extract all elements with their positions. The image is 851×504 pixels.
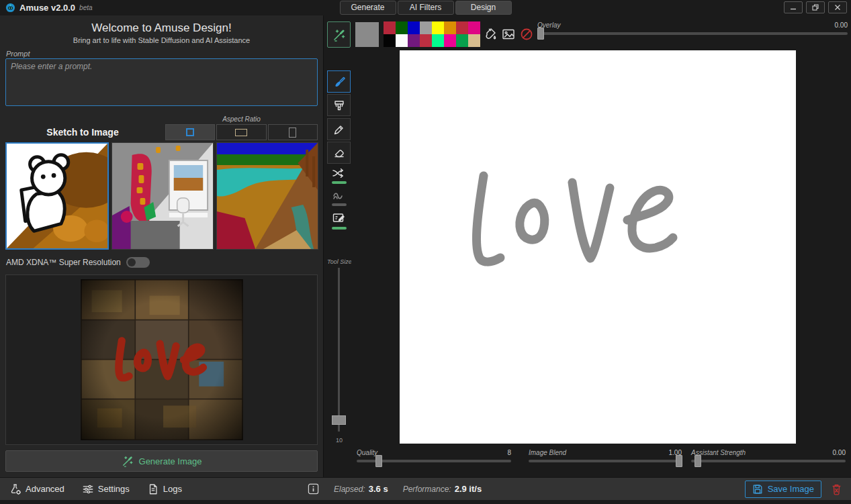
canvas-drawing-love [400, 50, 796, 444]
app-title: Amuse v2.0.0 [19, 3, 75, 13]
paintbrush-tool-button[interactable] [327, 70, 351, 93]
elapsed-label: Elapsed: [334, 485, 365, 494]
palette-color-swatch-3[interactable] [420, 21, 432, 34]
image-blend-slider-handle[interactable] [676, 455, 682, 467]
quality-slider: Quality 8 [357, 449, 511, 462]
palette-color-swatch-5[interactable] [444, 21, 456, 34]
palette-color-swatch-13[interactable] [444, 34, 456, 47]
palette-color-swatch-11[interactable] [420, 34, 432, 47]
palette-color-swatch-8[interactable] [384, 34, 396, 47]
super-resolution-label: AMD XDNA™ Super Resolution [6, 258, 121, 267]
flask-gear-icon [9, 483, 21, 495]
sliders-icon [82, 483, 94, 495]
palette-color-swatch-0[interactable] [384, 21, 396, 34]
generate-image-button[interactable]: Generate Image [5, 450, 318, 472]
generated-image-panel [5, 274, 318, 445]
ai-assist-button[interactable] [327, 21, 351, 48]
tool-size-value: 10 [327, 437, 351, 444]
square-aspect-icon [186, 128, 194, 136]
scribble-state-indicator [332, 203, 347, 206]
logs-button[interactable]: Logs [147, 483, 182, 495]
marker-tool-button[interactable] [327, 118, 351, 140]
sketch-to-image-label: Sketch to Image [0, 127, 165, 138]
generated-image-preview [81, 279, 243, 440]
welcome-title: Welcome to Amuse Design! [0, 21, 323, 35]
paintbrush-icon [332, 75, 346, 89]
palette-color-swatch-15[interactable] [468, 34, 480, 47]
shuffle-state-indicator [332, 181, 347, 184]
prompt-input[interactable] [5, 58, 318, 106]
elapsed-value: 3.6 s [369, 484, 388, 494]
aspect-portrait-button[interactable] [268, 124, 318, 140]
image-blend-label: Image Blend [529, 449, 566, 456]
landscape-aspect-icon [235, 129, 247, 136]
scribble-toggle[interactable] [327, 189, 351, 211]
aspect-ratio-group [165, 124, 318, 140]
view-tabs: GenerateAI FiltersDesign [340, 1, 512, 15]
palette-color-swatch-7[interactable] [468, 21, 480, 34]
palette-color-swatch-12[interactable] [432, 34, 444, 47]
palette-color-swatch-2[interactable] [408, 21, 420, 34]
shuffle-toggle[interactable] [327, 167, 351, 189]
image-blend-slider-track[interactable] [529, 460, 682, 462]
palette-color-swatch-4[interactable] [432, 21, 444, 34]
save-image-button[interactable]: Save Image [745, 481, 821, 498]
palette-color-swatch-1[interactable] [396, 21, 408, 34]
tab-design[interactable]: Design [455, 1, 512, 15]
assistant-strength-slider-track[interactable] [691, 460, 846, 462]
magic-wand-icon [332, 28, 346, 42]
settings-button[interactable]: Settings [82, 483, 130, 495]
image-blend-slider: Image Blend 1.00 [529, 449, 682, 462]
tab-ai-filters[interactable]: AI Filters [398, 1, 454, 15]
window-restore-button[interactable] [806, 1, 825, 13]
sketch-example-teddy-bear[interactable] [5, 142, 109, 250]
eraser-icon [332, 146, 346, 160]
fill-bucket-button[interactable] [482, 27, 497, 42]
window-close-button[interactable] [828, 1, 847, 13]
overlay-value: 0.00 [835, 21, 848, 29]
clear-canvas-button[interactable] [519, 27, 534, 42]
advanced-button[interactable]: Advanced [9, 483, 64, 495]
quality-slider-handle[interactable] [375, 455, 382, 467]
delete-image-button[interactable] [828, 481, 844, 497]
document-icon [147, 483, 159, 495]
aspect-square-button[interactable] [165, 124, 215, 140]
generate-image-label: Generate Image [139, 456, 202, 466]
sketch-example-interior-room[interactable] [111, 142, 214, 250]
assistant-strength-slider-handle[interactable] [695, 455, 701, 467]
super-resolution-toggle[interactable] [126, 257, 150, 268]
eraser-tool-button[interactable] [327, 142, 351, 164]
overlay-slider-handle[interactable] [537, 28, 544, 40]
design-side-panel: Welcome to Amuse Design! Bring art to li… [0, 15, 323, 477]
app-title-beta: beta [79, 4, 92, 11]
overlay-slider-track[interactable] [537, 32, 848, 35]
sketch-example-canyon-landscape[interactable] [216, 142, 318, 250]
scribble-icon [332, 189, 347, 201]
overlay-slider: Overlay 0.00 [537, 21, 848, 35]
tool-size-slider-track[interactable] [338, 268, 340, 432]
aspect-landscape-button[interactable] [216, 124, 266, 140]
drawing-canvas[interactable] [400, 50, 796, 444]
quality-label: Quality [357, 449, 377, 456]
tool-size-slider-handle[interactable] [332, 415, 346, 425]
palette-color-swatch-9[interactable] [396, 34, 408, 47]
quality-value: 8 [507, 449, 511, 456]
info-icon[interactable] [308, 483, 319, 495]
logs-label: Logs [163, 484, 182, 494]
shuffle-icon [332, 167, 347, 179]
performance-value: 2.9 it/s [455, 484, 482, 494]
palette-color-swatch-14[interactable] [456, 34, 468, 47]
palette-color-swatch-6[interactable] [456, 21, 468, 34]
import-image-button[interactable] [501, 27, 516, 42]
quality-slider-track[interactable] [357, 460, 511, 462]
edit-canvas-toggle[interactable] [327, 211, 351, 233]
app-logo-icon [5, 3, 15, 13]
welcome-subtitle: Bring art to life with Stable Diffusion … [0, 36, 323, 44]
palette-color-swatch-10[interactable] [408, 34, 420, 47]
tab-generate[interactable]: Generate [340, 1, 396, 15]
current-color-swatch[interactable] [355, 22, 379, 47]
flat-brush-tool-button[interactable] [327, 94, 351, 116]
tool-size-label: Tool Size [327, 258, 351, 265]
floppy-disk-icon [752, 484, 763, 495]
window-minimize-button[interactable] [784, 1, 803, 13]
